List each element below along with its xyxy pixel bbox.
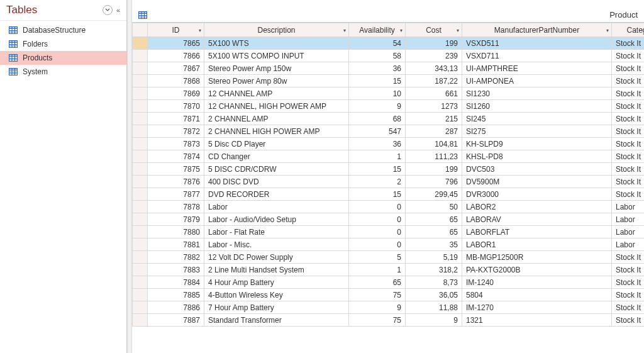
cell-cost[interactable]: 299,45 bbox=[406, 188, 462, 201]
cell-id[interactable]: 7873 bbox=[148, 138, 204, 150]
cell-id[interactable]: 7880 bbox=[148, 226, 204, 238]
row-selector[interactable] bbox=[133, 150, 148, 163]
sidebar-collapse-button[interactable]: « bbox=[115, 6, 121, 14]
sidebar-item-databasestructure[interactable]: DatabaseStructure bbox=[0, 23, 126, 37]
cell-cat[interactable]: Stock It bbox=[612, 276, 645, 289]
cell-mpn[interactable]: SI245 bbox=[462, 113, 612, 125]
cell-id[interactable]: 7866 bbox=[148, 50, 204, 62]
cell-cat[interactable]: Stock It bbox=[612, 264, 645, 276]
vertical-splitter[interactable] bbox=[127, 0, 132, 353]
sidebar-item-system[interactable]: System bbox=[0, 65, 126, 79]
cell-cat[interactable]: Stock It bbox=[612, 301, 645, 314]
cell-id[interactable]: 7879 bbox=[148, 213, 204, 226]
cell-avail[interactable]: 54 bbox=[349, 37, 406, 50]
column-header-mpn[interactable]: ManufacturerPartNumber▾ bbox=[462, 23, 612, 37]
cell-desc[interactable]: 4-Button Wireless Key bbox=[204, 289, 349, 301]
chevron-down-icon[interactable]: ▾ bbox=[343, 27, 346, 33]
cell-desc[interactable]: 5 DISC CDR/CDRW bbox=[204, 163, 349, 176]
cell-cat[interactable]: Stock It bbox=[612, 37, 645, 50]
cell-cat[interactable]: Stock It bbox=[612, 163, 645, 176]
table-row[interactable]: 7867Stereo Power Amp 150w36343,13UI-AMPT… bbox=[133, 62, 645, 75]
cell-id[interactable]: 7878 bbox=[148, 201, 204, 213]
row-selector[interactable] bbox=[133, 37, 148, 50]
cell-id[interactable]: 7883 bbox=[148, 264, 204, 276]
cell-cost[interactable]: 199 bbox=[406, 37, 462, 50]
cell-mpn[interactable]: IM-1270 bbox=[462, 301, 612, 314]
cell-id[interactable]: 7867 bbox=[148, 62, 204, 75]
cell-cost[interactable]: 287 bbox=[406, 125, 462, 138]
table-row[interactable]: 78844 Hour Amp Battery658,73IM-1240Stock… bbox=[133, 276, 645, 289]
cell-id[interactable]: 7877 bbox=[148, 188, 204, 201]
cell-cat[interactable]: Stock It bbox=[612, 50, 645, 62]
cell-id[interactable]: 7886 bbox=[148, 301, 204, 314]
data-grid[interactable]: ID▾Description▾Availability▾Cost▾Manufac… bbox=[132, 23, 644, 327]
chevron-down-icon[interactable]: ▾ bbox=[606, 27, 609, 33]
cell-cost[interactable]: 111,23 bbox=[406, 150, 462, 163]
cell-cost[interactable]: 187,22 bbox=[406, 75, 462, 87]
cell-mpn[interactable]: SI275 bbox=[462, 125, 612, 138]
table-row[interactable]: 7878Labor050LABOR2Labor bbox=[133, 201, 645, 213]
cell-id[interactable]: 7872 bbox=[148, 125, 204, 138]
cell-mpn[interactable]: SI1260 bbox=[462, 100, 612, 113]
column-header-avail[interactable]: Availability▾ bbox=[349, 23, 406, 37]
cell-cat[interactable]: Stock It bbox=[612, 176, 645, 188]
row-selector[interactable] bbox=[133, 238, 148, 251]
cell-cat[interactable]: Stock It bbox=[612, 314, 645, 327]
cell-cost[interactable]: 199 bbox=[406, 163, 462, 176]
cell-avail[interactable]: 5 bbox=[349, 251, 406, 264]
cell-cat[interactable]: Stock It bbox=[612, 75, 645, 87]
chevron-down-icon[interactable]: ▾ bbox=[457, 27, 459, 33]
cell-desc[interactable]: 5X100 WTS bbox=[204, 37, 349, 50]
cell-mpn[interactable]: DVC503 bbox=[462, 163, 612, 176]
table-row[interactable]: 7874CD Changer1111,23KHSL-PD8Stock It bbox=[133, 150, 645, 163]
table-row[interactable]: 78665X100 WTS COMPO INPUT58239VSXD711Sto… bbox=[133, 50, 645, 62]
cell-id[interactable]: 7882 bbox=[148, 251, 204, 264]
sidebar-menu-button[interactable] bbox=[103, 5, 113, 15]
row-selector[interactable] bbox=[133, 314, 148, 327]
cell-id[interactable]: 7865 bbox=[148, 37, 204, 50]
row-selector[interactable] bbox=[133, 50, 148, 62]
cell-desc[interactable]: Stereo Power Amp 80w bbox=[204, 75, 349, 87]
cell-id[interactable]: 7868 bbox=[148, 75, 204, 87]
cell-cost[interactable]: 65 bbox=[406, 226, 462, 238]
cell-cost[interactable]: 9 bbox=[406, 314, 462, 327]
table-row[interactable]: 78867 Hour Amp Battery911,88IM-1270Stock… bbox=[133, 301, 645, 314]
cell-mpn[interactable]: LABORAV bbox=[462, 213, 612, 226]
column-header-id[interactable]: ID▾ bbox=[148, 23, 204, 37]
cell-id[interactable]: 7884 bbox=[148, 276, 204, 289]
cell-cost[interactable]: 343,13 bbox=[406, 62, 462, 75]
cell-cost[interactable]: 796 bbox=[406, 176, 462, 188]
cell-cat[interactable]: Labor bbox=[612, 201, 645, 213]
cell-id[interactable]: 7881 bbox=[148, 238, 204, 251]
cell-cat[interactable]: Stock It bbox=[612, 125, 645, 138]
cell-cost[interactable]: 11,88 bbox=[406, 301, 462, 314]
cell-avail[interactable]: 1 bbox=[349, 150, 406, 163]
table-row[interactable]: 78712 CHANNEL AMP68215SI245Stock It bbox=[133, 113, 645, 125]
table-row[interactable]: 7881Labor - Misc.035LABOR1Labor bbox=[133, 238, 645, 251]
table-row[interactable]: 7880Labor - Flat Rate065LABORFLATLabor bbox=[133, 226, 645, 238]
cell-avail[interactable]: 65 bbox=[349, 276, 406, 289]
cell-avail[interactable]: 15 bbox=[349, 75, 406, 87]
cell-cost[interactable]: 35 bbox=[406, 238, 462, 251]
cell-avail[interactable]: 9 bbox=[349, 301, 406, 314]
cell-desc[interactable]: Stereo Power Amp 150w bbox=[204, 62, 349, 75]
cell-mpn[interactable]: LABOR2 bbox=[462, 201, 612, 213]
cell-cost[interactable]: 5,19 bbox=[406, 251, 462, 264]
row-selector[interactable] bbox=[133, 75, 148, 87]
cell-cat[interactable]: Stock It bbox=[612, 150, 645, 163]
cell-avail[interactable]: 9 bbox=[349, 100, 406, 113]
cell-cost[interactable]: 239 bbox=[406, 50, 462, 62]
cell-avail[interactable]: 0 bbox=[349, 238, 406, 251]
table-row[interactable]: 78722 CHANNEL HIGH POWER AMP547287SI275S… bbox=[133, 125, 645, 138]
cell-mpn[interactable]: LABORFLAT bbox=[462, 226, 612, 238]
cell-mpn[interactable]: VSXD511 bbox=[462, 37, 612, 50]
column-header-cat[interactable]: Categ▾ bbox=[612, 23, 645, 37]
cell-desc[interactable]: 400 DISC DVD bbox=[204, 176, 349, 188]
row-selector[interactable] bbox=[133, 276, 148, 289]
cell-mpn[interactable]: SI1230 bbox=[462, 87, 612, 100]
cell-avail[interactable]: 1 bbox=[349, 264, 406, 276]
cell-id[interactable]: 7874 bbox=[148, 150, 204, 163]
cell-cost[interactable]: 50 bbox=[406, 201, 462, 213]
table-row[interactable]: 7876400 DISC DVD2796DV5900MStock It bbox=[133, 176, 645, 188]
table-row[interactable]: 7879Labor - Audio/Video Setup065LABORAVL… bbox=[133, 213, 645, 226]
